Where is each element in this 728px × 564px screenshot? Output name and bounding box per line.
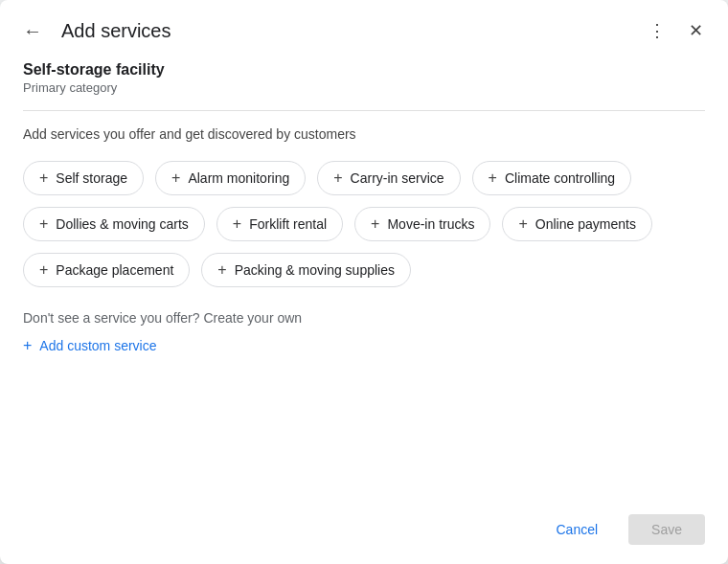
chip-label: Online payments (535, 216, 636, 232)
more-icon: ⋮ (648, 20, 666, 41)
custom-section: Don't see a service you offer? Create yo… (23, 310, 705, 354)
dialog-content: Self-storage facility Primary category A… (0, 57, 728, 503)
chip-label: Climate controlling (505, 170, 615, 186)
service-chip-self-storage[interactable]: +Self storage (23, 161, 144, 195)
dialog-footer: Cancel Save (0, 503, 728, 564)
service-chip-carry-in-service[interactable]: +Carry-in service (317, 161, 460, 195)
chip-plus-icon: + (371, 215, 379, 233)
close-icon: ✕ (689, 20, 703, 41)
cancel-button[interactable]: Cancel (533, 514, 621, 545)
chip-plus-icon: + (233, 215, 241, 233)
back-button[interactable]: ← (15, 13, 50, 48)
category-name: Self-storage facility (23, 61, 705, 79)
divider (23, 110, 705, 111)
service-chip-climate-controlling[interactable]: +Climate controlling (472, 161, 632, 195)
category-section: Self-storage facility Primary category (23, 61, 705, 95)
chip-label: Dollies & moving carts (56, 216, 189, 232)
chip-label: Move-in trucks (387, 216, 474, 232)
chip-plus-icon: + (333, 169, 342, 187)
service-chip-online-payments[interactable]: +Online payments (502, 207, 651, 241)
chip-plus-icon: + (217, 261, 226, 279)
service-chip-alarm-monitoring[interactable]: +Alarm monitoring (155, 161, 306, 195)
chip-label: Alarm monitoring (188, 170, 289, 186)
chip-plus-icon: + (39, 261, 48, 279)
chip-plus-icon: + (171, 169, 180, 187)
add-custom-service-button[interactable]: + Add custom service (23, 337, 157, 354)
dialog-header: ← Add services ⋮ ✕ (0, 0, 728, 57)
save-button: Save (628, 514, 705, 545)
service-chip-dollies-moving-carts[interactable]: +Dollies & moving carts (23, 207, 205, 241)
chip-plus-icon: + (39, 169, 48, 187)
services-grid: +Self storage+Alarm monitoring+Carry-in … (23, 161, 705, 287)
close-button[interactable]: ✕ (678, 13, 713, 48)
chip-plus-icon: + (39, 215, 48, 233)
service-chip-package-placement[interactable]: +Package placement (23, 253, 190, 287)
services-description: Add services you offer and get discovere… (23, 126, 705, 142)
custom-prompt: Don't see a service you offer? Create yo… (23, 310, 705, 326)
chip-label: Packing & moving supplies (235, 262, 395, 278)
chip-label: Carry-in service (351, 170, 444, 186)
chip-label: Forklift rental (249, 216, 327, 232)
chip-label: Self storage (56, 170, 127, 186)
add-custom-label: Add custom service (39, 338, 156, 353)
service-chip-forklift-rental[interactable]: +Forklift rental (216, 207, 343, 241)
chip-label: Package placement (56, 262, 173, 278)
more-options-button[interactable]: ⋮ (640, 13, 674, 48)
add-services-dialog: ← Add services ⋮ ✕ Self-storage facility… (0, 0, 728, 564)
service-chip-move-in-trucks[interactable]: +Move-in trucks (354, 207, 490, 241)
chip-plus-icon: + (518, 215, 527, 233)
service-chip-packing-moving-supplies[interactable]: +Packing & moving supplies (201, 253, 411, 287)
dialog-title: Add services (61, 20, 628, 42)
header-actions: ⋮ ✕ (640, 13, 713, 48)
category-label: Primary category (23, 80, 705, 95)
back-icon: ← (23, 20, 42, 42)
chip-plus-icon: + (489, 169, 497, 187)
add-custom-plus-icon: + (23, 337, 32, 354)
